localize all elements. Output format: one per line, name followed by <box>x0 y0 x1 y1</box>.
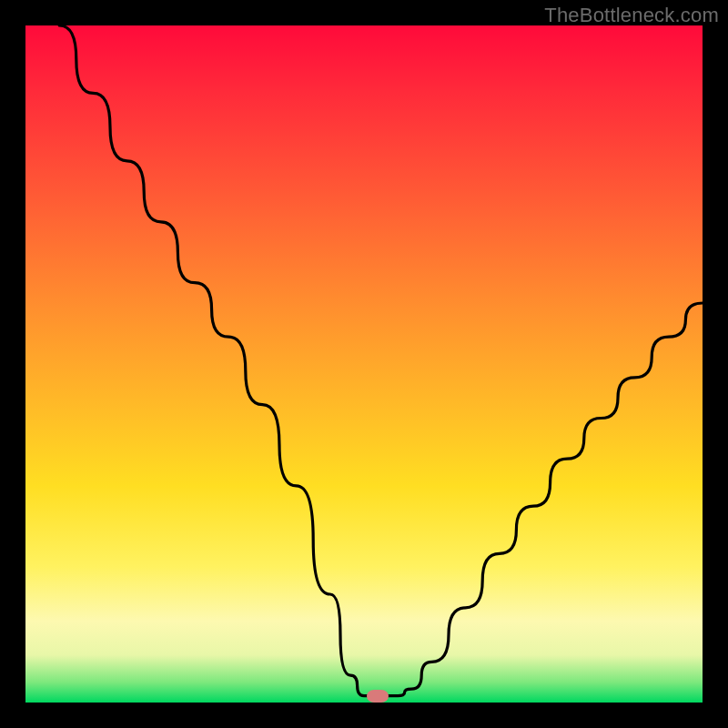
chart-frame: TheBottleneck.com <box>0 0 728 728</box>
bottleneck-curve <box>59 25 703 696</box>
curve-svg <box>25 25 703 703</box>
plot-area <box>25 25 703 703</box>
watermark-label: TheBottleneck.com <box>544 4 719 27</box>
optimum-marker <box>367 690 389 703</box>
